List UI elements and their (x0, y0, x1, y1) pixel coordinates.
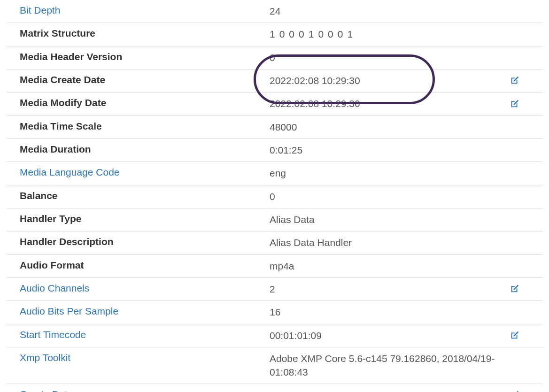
metadata-label: Balance (7, 190, 270, 201)
metadata-label: Media Create Date (7, 74, 270, 85)
metadata-value: 48000 (270, 121, 542, 134)
metadata-value: 2 (270, 283, 542, 296)
metadata-label: Handler Description (7, 236, 270, 247)
metadata-label: Matrix Structure (7, 28, 270, 39)
metadata-label: Media Header Version (7, 51, 270, 62)
metadata-label: Media Time Scale (7, 121, 270, 132)
edit-icon[interactable] (510, 99, 521, 110)
metadata-row: Media Language Codeeng (7, 162, 542, 185)
metadata-row: Balance0 (7, 185, 542, 208)
edit-icon[interactable] (510, 284, 521, 295)
metadata-label: Media Duration (7, 144, 270, 155)
metadata-value: 2022:02:08 10:29:30 (270, 74, 542, 87)
metadata-value: 2022:02:08 13:29:29+03:00 (270, 389, 542, 392)
metadata-row: Start Timecode00:01:01:09 (7, 324, 542, 347)
metadata-label[interactable]: Bit Depth (7, 5, 270, 16)
metadata-value: mp4a (270, 260, 542, 273)
metadata-value: 0:01:25 (270, 144, 542, 157)
metadata-row: Audio Bits Per Sample16 (7, 301, 542, 324)
metadata-value: 100010001 (270, 28, 542, 41)
metadata-row: Audio Formatmp4a (7, 255, 542, 278)
metadata-row: Media Modify Date2022:02:08 10:29:30 (7, 92, 542, 115)
metadata-row: Handler DescriptionAlias Data Handler (7, 231, 542, 254)
metadata-label[interactable]: Media Language Code (7, 167, 270, 178)
metadata-value: Alias Data (270, 213, 542, 226)
metadata-label[interactable]: Start Timecode (7, 329, 270, 340)
metadata-table: Bit Depth24Matrix Structure100010001Medi… (0, 0, 549, 392)
metadata-value: eng (270, 167, 542, 180)
metadata-value: 0 (270, 190, 542, 203)
metadata-label: Media Modify Date (7, 97, 270, 108)
metadata-row: Audio Channels2 (7, 278, 542, 301)
metadata-row: Media Duration0:01:25 (7, 139, 542, 162)
edit-icon[interactable] (510, 75, 521, 86)
metadata-label[interactable]: Xmp Toolkit (7, 352, 270, 363)
metadata-row: Create Date2022:02:08 13:29:29+03:00 (7, 384, 542, 392)
metadata-row: Bit Depth24 (7, 0, 542, 23)
metadata-value: 0 (270, 51, 542, 64)
metadata-row: Media Create Date2022:02:08 10:29:30 (7, 69, 542, 92)
metadata-value: 24 (270, 5, 542, 18)
metadata-row: Matrix Structure100010001 (7, 23, 542, 46)
metadata-label[interactable]: Audio Channels (7, 283, 270, 294)
metadata-value: 00:01:01:09 (270, 329, 542, 342)
metadata-value: Alias Data Handler (270, 236, 542, 249)
metadata-value: Adobe XMP Core 5.6-c145 79.162860, 2018/… (270, 352, 542, 379)
metadata-row: Xmp ToolkitAdobe XMP Core 5.6-c145 79.16… (7, 347, 542, 384)
metadata-row: Media Header Version0 (7, 46, 542, 69)
metadata-value: 16 (270, 306, 542, 319)
metadata-value: 2022:02:08 10:29:30 (270, 97, 542, 110)
metadata-label[interactable]: Create Date (7, 389, 270, 392)
metadata-label: Handler Type (7, 213, 270, 224)
edit-icon[interactable] (510, 390, 521, 392)
metadata-row: Media Time Scale48000 (7, 116, 542, 139)
metadata-label[interactable]: Audio Bits Per Sample (7, 306, 270, 317)
metadata-panel: Bit Depth24Matrix Structure100010001Medi… (0, 0, 549, 392)
metadata-label: Audio Format (7, 260, 270, 271)
metadata-row: Handler TypeAlias Data (7, 208, 542, 231)
edit-icon[interactable] (510, 330, 521, 341)
